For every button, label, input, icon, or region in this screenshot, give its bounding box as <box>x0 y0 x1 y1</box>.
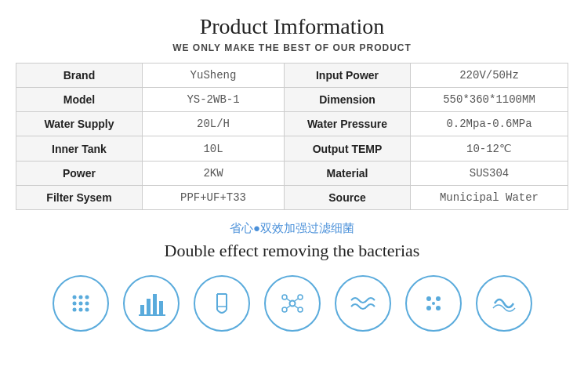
svg-rect-9 <box>140 305 144 314</box>
table-value: YS-2WB-1 <box>142 88 284 112</box>
svg-point-4 <box>78 302 82 306</box>
svg-point-29 <box>426 306 431 310</box>
table-label: Power <box>16 162 143 186</box>
tagline-english: Double effect removing the bacterias <box>16 241 568 261</box>
svg-point-27 <box>426 296 431 301</box>
table-label-right: Water Pressure <box>285 112 411 136</box>
table-label: Brand <box>16 64 143 88</box>
svg-point-19 <box>282 295 287 299</box>
svg-line-24 <box>295 299 298 301</box>
svg-line-26 <box>295 306 298 308</box>
table-row: Power 2KW Material SUS304 <box>16 162 568 186</box>
svg-point-5 <box>85 302 89 306</box>
table-label-right: Material <box>285 162 411 186</box>
table-value-right: 10-12℃ <box>410 136 568 162</box>
table-value: 2KW <box>142 162 284 186</box>
table-label-right: Input Power <box>285 64 411 88</box>
svg-rect-10 <box>147 299 151 314</box>
svg-point-6 <box>72 308 76 312</box>
table-row: Water Supply 20L/H Water Pressure 0.2Mpa… <box>16 112 568 136</box>
table-label: Model <box>16 88 143 112</box>
table-label-right: Dimension <box>285 88 411 112</box>
table-label: Inner Tank <box>16 136 143 162</box>
svg-point-3 <box>72 302 76 306</box>
table-value-right: Municipal Water <box>410 186 568 210</box>
svg-point-0 <box>72 296 76 299</box>
product-table: Brand YuSheng Input Power 220V/50Hz Mode… <box>16 63 568 210</box>
table-value-right: SUS304 <box>410 162 568 186</box>
page-title: Product Imformation <box>16 14 568 39</box>
svg-point-2 <box>85 296 89 299</box>
table-label-right: Output TEMP <box>285 136 411 162</box>
svg-point-20 <box>298 295 303 299</box>
svg-point-1 <box>78 296 82 299</box>
wave-icon <box>335 275 391 332</box>
page-wrapper: Product Imformation WE ONLY MAKE THE BES… <box>0 0 584 347</box>
page-subtitle: WE ONLY MAKE THE BEST OF OUR PRODUCT <box>16 42 568 53</box>
table-label: Water Supply <box>16 112 143 136</box>
svg-point-30 <box>436 306 441 310</box>
table-value: YuSheng <box>142 64 284 88</box>
table-row: Filter Sysem PPF+UF+T33 Source Municipal… <box>16 186 568 210</box>
bar-chart-icon <box>123 275 180 332</box>
table-value: 20L/H <box>142 112 284 136</box>
svg-point-28 <box>436 296 441 301</box>
svg-point-8 <box>85 308 89 312</box>
header: Product Imformation WE ONLY MAKE THE BES… <box>16 14 568 53</box>
table-label: Filter Sysem <box>16 186 143 210</box>
table-value: 10L <box>142 136 284 162</box>
table-value-right: 220V/50Hz <box>410 64 568 88</box>
svg-line-23 <box>287 299 290 301</box>
tube-icon <box>194 275 250 332</box>
dots-icon <box>53 275 109 332</box>
svg-point-22 <box>298 307 303 312</box>
svg-point-31 <box>432 302 435 305</box>
icons-row <box>16 275 568 332</box>
svg-line-25 <box>287 306 290 308</box>
table-value-right: 0.2Mpa-0.6MPa <box>410 112 568 136</box>
svg-rect-11 <box>153 294 157 314</box>
table-value: PPF+UF+T33 <box>142 186 284 210</box>
svg-point-21 <box>282 307 287 312</box>
dots2-icon <box>405 275 462 332</box>
svg-rect-12 <box>159 301 163 314</box>
svg-point-7 <box>78 308 82 312</box>
table-row: Model YS-2WB-1 Dimension 550*360*1100MM <box>16 88 568 112</box>
swirl-icon <box>476 275 532 332</box>
table-value-right: 550*360*1100MM <box>410 88 568 112</box>
svg-point-18 <box>289 301 295 307</box>
tagline-chinese: 省心●双效加强过滤细菌 <box>16 221 568 236</box>
molecule-icon <box>264 275 321 332</box>
table-label-right: Source <box>285 186 411 210</box>
table-row: Brand YuSheng Input Power 220V/50Hz <box>16 64 568 88</box>
table-row: Inner Tank 10L Output TEMP 10-12℃ <box>16 136 568 162</box>
